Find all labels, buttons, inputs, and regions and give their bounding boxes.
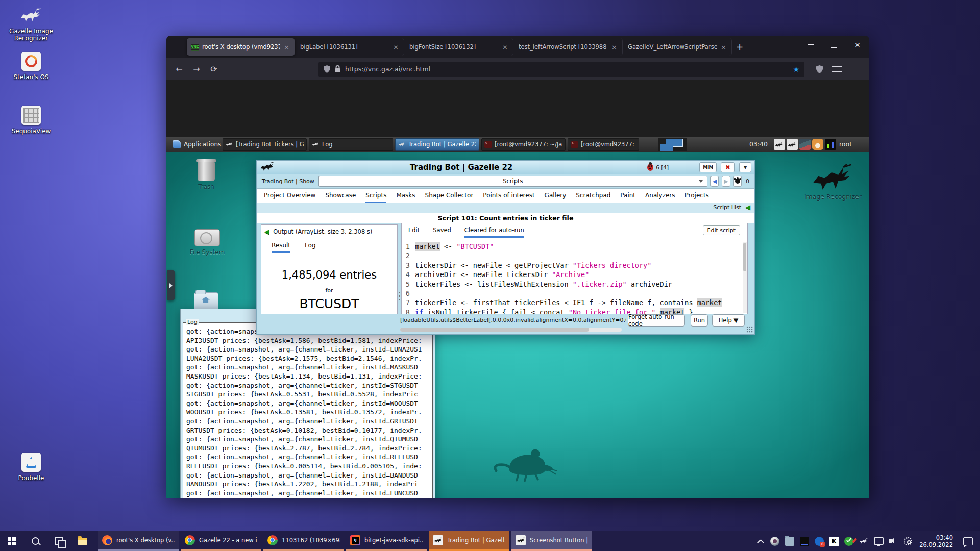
minimize-button[interactable] <box>799 36 822 54</box>
resize-grip[interactable] <box>746 326 753 333</box>
vnc-icon-trash[interactable]: Trash <box>190 162 223 190</box>
ladybug-icon[interactable] <box>647 164 653 171</box>
app-titlebar[interactable]: Trading Bot | Gazelle 22 6 [4] MIN ✖ ▼ <box>257 161 754 174</box>
script-list-label[interactable]: Script List <box>713 204 741 211</box>
forget-autorun-button[interactable]: Forget auto-run code <box>628 314 685 327</box>
lock-icon[interactable] <box>334 65 341 73</box>
maximize-button[interactable] <box>822 36 846 54</box>
tray-java-update-icon[interactable] <box>815 537 824 546</box>
tray-antivirus-icon[interactable] <box>844 537 853 546</box>
bookmark-star-icon[interactable]: ★ <box>793 65 799 73</box>
paw-button[interactable] <box>733 176 742 187</box>
tab-points-of-interest[interactable]: Points of interest <box>483 192 534 202</box>
desktop-icon-sequoiaview[interactable]: SequoiaView <box>4 105 58 135</box>
tray-display-icon[interactable] <box>874 537 884 545</box>
desktop-icon-gazelle-image-recognizer[interactable]: Gazelle Image Recognizer <box>4 5 58 42</box>
close-button[interactable]: ✕ <box>846 36 869 54</box>
window-button[interactable]: [root@vmd92377: ~] <box>568 138 639 151</box>
tray-folder-icon[interactable] <box>785 537 794 546</box>
tab-close-icon[interactable]: × <box>392 43 400 51</box>
taskbar-task[interactable]: Gazelle 22 - a new i... <box>181 531 261 551</box>
tab-close-icon[interactable]: × <box>283 43 290 51</box>
browser-tab[interactable]: bigFontSize [1036132]× <box>405 38 513 56</box>
tab-analyzers[interactable]: Analyzers <box>645 192 675 202</box>
applications-menu[interactable]: Applications <box>170 138 223 151</box>
extension-shield-icon[interactable] <box>816 65 823 73</box>
tray-settings-icon[interactable] <box>904 537 912 545</box>
task-view-button[interactable] <box>47 531 70 551</box>
url-text[interactable]: https://vnc.gaz.ai/vnc.html <box>345 65 789 73</box>
run-button[interactable]: Run <box>691 314 708 327</box>
hamburger-menu-icon[interactable] <box>832 66 842 72</box>
window-button[interactable]: [Trading Bot Tickers | Ga... <box>223 138 307 151</box>
tab-close-icon[interactable]: × <box>501 43 509 51</box>
tray-expand-icon[interactable] <box>758 539 763 543</box>
browser-tab[interactable]: test_leftArrowScript [1033988]× <box>514 38 623 56</box>
tray-keepass-icon[interactable] <box>829 537 839 546</box>
status-horizontal-scrollbar[interactable] <box>400 328 622 332</box>
tab-showcase[interactable]: Showcase <box>325 192 356 202</box>
tray-gazelle-b-icon[interactable] <box>787 139 798 150</box>
editor-tab-edit[interactable]: Edit <box>408 227 420 238</box>
taskbar-task[interactable]: Screenshot Button |... <box>511 531 592 551</box>
tab-projects[interactable]: Projects <box>685 192 709 202</box>
module-combobox[interactable]: Scripts <box>318 176 707 187</box>
notification-center-icon[interactable] <box>963 537 973 545</box>
panel-expand-handle[interactable] <box>167 270 175 300</box>
window-button[interactable]: [root@vmd92377: ~/Jav... <box>481 138 566 151</box>
window-button[interactable]: Trading Bot | Gazelle 22 <box>395 138 479 151</box>
tab-scratchpad[interactable]: Scratchpad <box>576 192 610 202</box>
reload-icon[interactable]: ⟳ <box>206 64 222 74</box>
code-editor-panel[interactable]: EditSavedCleared for auto-run Edit scrip… <box>401 223 748 314</box>
window-button[interactable]: Log <box>309 138 393 151</box>
url-bar[interactable]: https://vnc.gaz.ai/vnc.html ★ <box>318 62 804 77</box>
code-vertical-scrollbar[interactable] <box>743 242 747 313</box>
output-tab-result[interactable]: Result <box>272 242 290 253</box>
workspace-pager[interactable] <box>658 138 687 151</box>
tab-gallery[interactable]: Gallery <box>545 192 567 202</box>
tab-project-overview[interactable]: Project Overview <box>264 192 315 202</box>
taskbar-task[interactable]: root's X desktop (v... <box>98 531 179 551</box>
start-button[interactable] <box>0 531 23 551</box>
panel-splitter[interactable] <box>398 291 401 302</box>
tray-shiba-icon[interactable] <box>812 139 823 150</box>
tab-masks[interactable]: Masks <box>396 192 415 202</box>
file-explorer-button[interactable] <box>70 531 94 551</box>
output-tab-log[interactable]: Log <box>305 242 315 253</box>
browser-tab[interactable]: VNCroot's X desktop (vmd92377.co× <box>187 38 295 56</box>
browser-tab[interactable]: bigLabel [1036131]× <box>296 38 404 56</box>
desktop-icon-stefans-os[interactable]: Stefan's OS <box>4 51 58 81</box>
log-content-panel[interactable]: got: {action=snapshot, arg={channel=tick… <box>183 322 433 498</box>
tray-layers-icon[interactable] <box>799 139 811 150</box>
new-tab-button[interactable]: + <box>736 42 743 52</box>
search-button[interactable] <box>23 531 47 551</box>
nav-forward-button[interactable]: ▶ <box>722 176 730 187</box>
tab-scripts[interactable]: Scripts <box>365 192 386 203</box>
forward-icon[interactable]: → <box>189 64 204 74</box>
close-window-button[interactable]: ✖ <box>721 162 735 172</box>
taskbar-task[interactable]: 1103162 (1039×698)... <box>263 531 344 551</box>
script-list-arrow-icon[interactable]: ◀ <box>746 204 750 211</box>
window-menu-button[interactable]: ▼ <box>739 162 751 172</box>
tracking-shield-icon[interactable] <box>324 65 330 73</box>
desktop-icon-poubelle[interactable]: Poubelle <box>4 452 58 482</box>
taskbar-clock[interactable]: 03:40 26.09.2022 <box>919 534 953 548</box>
help-button[interactable]: Help ▼ <box>712 314 745 327</box>
tab-close-icon[interactable]: × <box>720 43 727 51</box>
vnc-icon-image-recognizer[interactable]: Image Recognizer <box>802 164 864 201</box>
back-icon[interactable]: ← <box>172 64 187 74</box>
tab-shape-collector[interactable]: Shape Collector <box>425 192 474 202</box>
edit-script-button[interactable]: Edit script <box>703 225 740 235</box>
taskbar-task[interactable]: bitget-java-sdk-api... <box>346 531 427 551</box>
tray-monitor-icon[interactable] <box>825 139 836 150</box>
taskbar-task[interactable]: Trading Bot | Gazell... <box>429 531 509 551</box>
editor-tab-saved[interactable]: Saved <box>433 227 451 238</box>
tray-app-sphere-icon[interactable] <box>770 537 779 546</box>
nav-back-button[interactable]: ◀ <box>710 176 719 187</box>
tab-paint[interactable]: Paint <box>620 192 635 202</box>
tray-gazelle-a-icon[interactable] <box>774 139 785 150</box>
vnc-icon-file-system[interactable]: File System <box>186 229 229 256</box>
tab-close-icon[interactable]: × <box>610 43 618 51</box>
tray-gazelle-tray-icon[interactable] <box>859 537 868 546</box>
tray-volume-icon[interactable] <box>889 537 898 546</box>
